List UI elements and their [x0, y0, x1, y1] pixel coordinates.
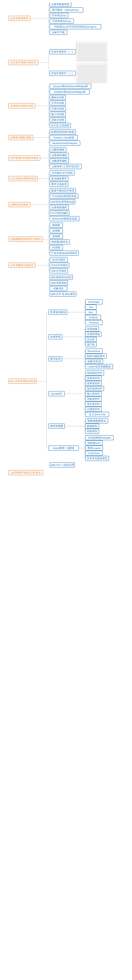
svg-text:Qt多媒体编程: Qt多媒体编程 — [52, 154, 67, 156]
svg-text:TextEdit: TextEdit — [89, 316, 98, 319]
svg-text:导航类控件: 导航类控件 — [87, 398, 100, 400]
svg-rect-43 — [78, 65, 106, 67]
svg-text:Loader动态加载数据: Loader动态加载数据 — [87, 365, 111, 368]
svg-text:日期类控件: 日期类控件 — [87, 408, 100, 410]
svg-text:字体对话框: 字体对话框 — [51, 107, 64, 110]
svg-text:Mode&View&Delegate: Mode&View&Delegate — [53, 142, 77, 145]
svg-rect-48 — [78, 76, 106, 78]
svg-text:JSON文件操作: JSON文件操作 — [51, 264, 68, 267]
svg-text:文件操作/文件系统: 文件操作/文件系统 — [52, 172, 73, 174]
svg-text:HTTP协议编程: HTTP协议编程 — [51, 212, 68, 214]
svg-rect-45 — [78, 70, 106, 72]
svg-line-38 — [76, 42, 77, 52]
svg-text:套接字通信技术体系: 套接字通信技术体系 — [51, 189, 74, 192]
svg-text:Qt开发常用类54种控件: Qt开发常用类54种控件 — [10, 61, 36, 64]
svg-text:XML文件操作: XML文件操作 — [51, 269, 67, 272]
svg-text:Text: Text — [89, 306, 93, 308]
svg-text:事件过滤处理: 事件过滤处理 — [51, 183, 67, 185]
svg-text:矢托选择器Delegate: 矢托选择器Delegate — [88, 436, 111, 439]
svg-text:开发常用控件（二）: 开发常用控件（二） — [51, 72, 74, 75]
svg-rect-44 — [78, 67, 106, 69]
svg-text:鼠标与键盘事件: 鼠标与键盘事件 — [87, 355, 105, 358]
svg-text:对象性性: 对象性性 — [53, 287, 64, 290]
svg-text:开发常见面表类型: 开发常见面表类型 — [87, 457, 108, 460]
svg-text:布局4类与6种对话框: 布局4类与6种对话框 — [10, 105, 34, 107]
svg-text:Qt菜单栏/工具栏/状态栏: Qt菜单栏/工具栏/状态栏 — [52, 165, 79, 168]
svg-text:字符串QChar: 字符串QChar — [52, 14, 67, 17]
svg-rect-31 — [78, 46, 106, 48]
svg-text:按钮相关控件: 按钮相关控件 — [87, 372, 103, 374]
svg-text:折线图: 折线图 — [52, 229, 60, 232]
svg-text:ChartView: ChartView — [88, 452, 100, 455]
svg-text:基于锚: 基于锚 — [87, 343, 95, 346]
svg-text:Graphics View框架: Graphics View框架 — [53, 136, 74, 139]
svg-text:Item: Item — [89, 311, 93, 313]
svg-rect-49 — [78, 78, 106, 80]
svg-rect-46 — [78, 72, 106, 73]
svg-text:QML文件 及QML模块: QML文件 及QML模块 — [51, 293, 75, 295]
svg-text:输入类控件: 输入类控件 — [87, 392, 100, 395]
svg-rect-37 — [78, 59, 106, 60]
svg-text:列表类QList/字符串列表类QStringList: 列表类QList/字符串列表类QStringList — [54, 25, 97, 28]
svg-rect-30 — [78, 44, 106, 46]
svg-text:Qt图形&视图&视窗: Qt图形&视图&视窗 — [10, 136, 32, 139]
svg-text:INI文件操作: INI文件操作 — [52, 258, 66, 261]
tree-container: Qt基本数据类型数字数组（QByteArray）字符串QChar字符串类QStr… — [0, 0, 132, 488]
svg-text:文件对话框: 文件对话框 — [51, 102, 64, 104]
svg-text:Qt网络及多线程: Qt网络及多线程 — [10, 203, 28, 206]
svg-text:Rectangle: Rectangle — [88, 301, 100, 303]
svg-text:Qt开发基础体系: Qt开发基础体系 — [10, 17, 28, 20]
svg-text:QML开发常用技术体系: QML开发常用技术体系 — [10, 380, 36, 382]
svg-text:图例Legend: 图例Legend — [87, 447, 101, 449]
svg-text:QML基础语法知识: QML基础语法知识 — [51, 276, 72, 278]
svg-text:布局管理器: 布局管理器 — [87, 333, 100, 336]
svg-text:弹出类控件: 弹出类控件 — [87, 403, 100, 406]
svg-text:UDP协议原理及实战: UDP协议原理及实战 — [51, 200, 74, 203]
svg-text:Qt数据库编程: Qt数据库编程 — [52, 159, 67, 162]
svg-text:Qt标字字集: Qt标字字集 — [52, 31, 65, 33]
svg-text:charts图表 / Qt图表: charts图表 / Qt图表 — [53, 447, 74, 449]
svg-text:曲线图: 曲线图 — [52, 224, 60, 226]
svg-text:五大Quick Dial: 五大Quick Dial — [89, 413, 105, 416]
svg-rect-33 — [78, 50, 106, 52]
svg-text:颜色对话框: 颜色对话框 — [51, 96, 64, 99]
svg-text:布局锚像: 布局锚像 — [87, 328, 97, 330]
svg-text:Qt图形编程: Qt图形编程 — [52, 148, 64, 151]
svg-text:Quick控件: Quick控件 — [51, 393, 62, 395]
svg-text:Qt报图数据及程序打包发布: Qt报图数据及程序打包发布 — [10, 238, 41, 240]
svg-rect-32 — [78, 48, 106, 50]
main-tree-svg: Qt基本数据类型数字数组（QByteArray）字符串QChar字符串类QStr… — [2, 2, 132, 485]
svg-text:输入对话框: 输入对话框 — [51, 113, 64, 116]
svg-text:菜单类控件: 菜单类控件 — [87, 382, 100, 385]
svg-text:柱状图: 柱状图 — [52, 246, 60, 249]
svg-text:常用项目模块: 常用项目模块 — [50, 311, 66, 313]
svg-rect-35 — [78, 54, 106, 56]
svg-text:Qt多线程编程: Qt多线程编程 — [52, 206, 67, 209]
svg-text:Qt文件操作及事件处理: Qt文件操作及事件处理 — [10, 177, 36, 180]
svg-rect-50 — [78, 80, 106, 82]
svg-text:弧形图: 弧形图 — [52, 235, 60, 238]
svg-text:饼状图/圆等等: 饼状图/圆等等 — [51, 241, 68, 243]
svg-text:指示器类控件: 指示器类控件 — [87, 387, 103, 390]
svg-text:模型和视图: 模型和视图 — [50, 425, 63, 427]
svg-text:Qt基本数据类型: Qt基本数据类型 — [51, 3, 69, 6]
svg-text:定位器: 定位器 — [87, 338, 95, 341]
svg-text:视图/视图图形化: 视图/视图图形化 — [87, 420, 106, 422]
svg-rect-34 — [78, 52, 106, 54]
svg-text:打包与发布Qt应用程序: 打包与发布Qt应用程序 — [51, 251, 77, 255]
svg-rect-36 — [78, 57, 106, 59]
svg-text:字符串类QString: 字符串类QString — [52, 20, 71, 22]
svg-text:容器类控件: 容器类控件 — [87, 377, 100, 380]
svg-text:框架类型: 框架类型 — [87, 430, 97, 433]
svg-text:QLayout类&QStackedWidget类: QLayout类&QStackedWidget类 — [53, 85, 88, 88]
svg-text:标志键盘事件: 标志键盘事件 — [51, 177, 67, 180]
svg-text:开发常用控件（一）: 开发常用控件（一） — [51, 51, 74, 53]
svg-text:TCPip协议原理及实战: TCPip协议原理及实战 — [52, 195, 77, 197]
svg-text:事件处理: 事件处理 — [50, 358, 61, 360]
svg-text:坐标轴Axes: 坐标轴Axes — [87, 442, 101, 444]
svg-text:MouseArea: MouseArea — [88, 350, 100, 352]
svg-text:TextInput: TextInput — [89, 321, 99, 324]
svg-text:布局管理: 布局管理 — [50, 336, 61, 338]
svg-text:QSplitter类&QDockWidget类: QSplitter类&QDockWidget类 — [54, 91, 85, 93]
svg-text:Qt应用程序测试/打包/发布: Qt应用程序测试/打包/发布 — [11, 471, 41, 474]
